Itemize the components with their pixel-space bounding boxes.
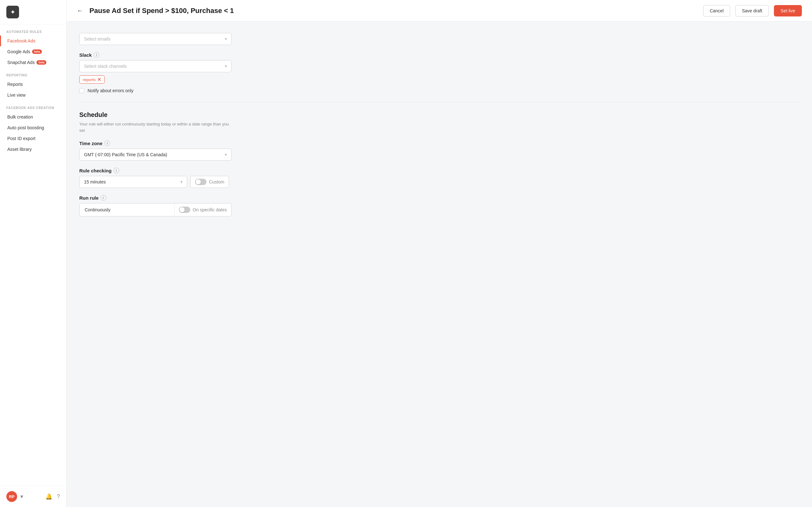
rule-checking-info-icon[interactable]: i bbox=[113, 168, 119, 173]
emails-placeholder: Select emails bbox=[84, 37, 110, 42]
sidebar-item-google-ads[interactable]: Google Ads beta bbox=[0, 46, 66, 57]
emails-group: Select emails ▾ bbox=[79, 33, 799, 45]
slack-label: Slack i bbox=[79, 52, 799, 58]
custom-toggle-knob bbox=[196, 179, 201, 184]
slack-group: Slack i Select slack channels ▾ reports … bbox=[79, 52, 799, 93]
run-rule-label: Run rule i bbox=[79, 195, 799, 201]
cancel-button[interactable]: Cancel bbox=[703, 5, 730, 16]
section-label-automated-rules: AUTOMATED RULES bbox=[0, 24, 66, 36]
sidebar-logo-area: ✦ bbox=[0, 0, 66, 24]
timezone-label: Time zone i bbox=[79, 140, 799, 146]
content-area: Select emails ▾ Slack i Select slack cha… bbox=[67, 21, 812, 507]
tag-remove-reports[interactable]: ✕ bbox=[97, 77, 101, 82]
app-logo: ✦ bbox=[6, 6, 19, 18]
rule-checking-chevron-icon: ▾ bbox=[181, 180, 183, 184]
main-panel: ← Pause Ad Set if Spend > $100, Purchase… bbox=[67, 0, 812, 507]
run-rule-row: Continuously On specific dates bbox=[79, 203, 232, 216]
sidebar-item-reports[interactable]: Reports bbox=[0, 79, 66, 90]
timezone-select[interactable]: GMT (-07:00) Pacific Time (US & Canada) … bbox=[79, 149, 232, 161]
run-rule-group: Run rule i Continuously On specific date… bbox=[79, 195, 799, 216]
back-button[interactable]: ← bbox=[77, 7, 83, 14]
run-rule-info-icon[interactable]: i bbox=[101, 195, 106, 201]
tag-label: reports bbox=[83, 77, 96, 82]
snapchat-ads-badge: beta bbox=[37, 60, 46, 65]
chevron-down-icon[interactable]: ▾ bbox=[20, 493, 23, 500]
page-title: Pause Ad Set if Spend > $100, Purchase <… bbox=[90, 7, 698, 15]
on-specific-dates-toggle-knob bbox=[180, 207, 185, 212]
section-label-reporting: REPORTING bbox=[0, 68, 66, 79]
timezone-group: Time zone i GMT (-07:00) Pacific Time (U… bbox=[79, 140, 799, 161]
notify-errors-checkbox[interactable] bbox=[79, 88, 84, 93]
custom-toggle-group: Custom bbox=[190, 176, 229, 188]
section-label-fb-creation: FACEBOOK ADS CREATION bbox=[0, 101, 66, 112]
slack-info-icon[interactable]: i bbox=[94, 52, 99, 58]
tag-reports: reports ✕ bbox=[79, 75, 105, 83]
timezone-chevron-icon: ▾ bbox=[225, 153, 227, 157]
continuously-value: Continuously bbox=[80, 204, 174, 216]
help-icon[interactable]: ? bbox=[57, 493, 60, 500]
slack-tags: reports ✕ bbox=[79, 75, 799, 83]
custom-toggle-label: Custom bbox=[209, 179, 224, 184]
sidebar-item-live-view[interactable]: Live view bbox=[0, 90, 66, 101]
on-specific-dates-toggle[interactable] bbox=[179, 207, 190, 213]
schedule-title: Schedule bbox=[79, 111, 799, 118]
emails-chevron-icon: ▾ bbox=[225, 37, 227, 41]
sidebar: ✦ AUTOMATED RULES Facebook Ads Google Ad… bbox=[0, 0, 67, 507]
sidebar-item-snapchat-ads[interactable]: Snapchat Ads beta bbox=[0, 57, 66, 68]
user-avatar[interactable]: RP bbox=[6, 491, 17, 502]
sidebar-item-asset-library[interactable]: Asset library bbox=[0, 144, 66, 155]
on-specific-dates-group: On specific dates bbox=[174, 204, 231, 216]
notify-errors-label: Notify about errors only bbox=[88, 88, 134, 93]
schedule-desc: Your rule will either run continuously s… bbox=[79, 121, 232, 133]
slack-chevron-icon: ▾ bbox=[225, 64, 227, 68]
topbar: ← Pause Ad Set if Spend > $100, Purchase… bbox=[67, 0, 812, 21]
slack-channels-select[interactable]: Select slack channels ▾ bbox=[79, 60, 232, 72]
section-divider bbox=[79, 102, 799, 102]
sidebar-item-facebook-ads[interactable]: Facebook Ads bbox=[0, 36, 66, 46]
sidebar-item-post-id-export[interactable]: Post ID export bbox=[0, 133, 66, 144]
rule-checking-label: Rule checking i bbox=[79, 168, 799, 173]
slack-placeholder: Select slack channels bbox=[84, 64, 127, 69]
save-draft-button[interactable]: Save draft bbox=[735, 5, 769, 16]
rule-checking-group: Rule checking i 15 minutes ▾ Custom bbox=[79, 168, 799, 188]
google-ads-badge: beta bbox=[32, 49, 42, 54]
rule-checking-row: 15 minutes ▾ Custom bbox=[79, 176, 799, 188]
sidebar-item-bulk-creation[interactable]: Bulk creation bbox=[0, 112, 66, 122]
timezone-value: GMT (-07:00) Pacific Time (US & Canada) bbox=[84, 152, 167, 157]
set-live-button[interactable]: Set live bbox=[774, 5, 802, 16]
emails-select[interactable]: Select emails ▾ bbox=[79, 33, 232, 45]
on-specific-dates-label: On specific dates bbox=[193, 207, 227, 212]
sidebar-item-auto-post-boosting[interactable]: Auto post boosting bbox=[0, 122, 66, 133]
notify-errors-row: Notify about errors only bbox=[79, 88, 799, 93]
schedule-section: Schedule Your rule will either run conti… bbox=[79, 111, 799, 216]
bottom-icons: 🔔 ? bbox=[45, 493, 60, 500]
rule-checking-value: 15 minutes bbox=[84, 179, 106, 184]
timezone-info-icon[interactable]: i bbox=[104, 140, 110, 146]
bell-icon[interactable]: 🔔 bbox=[45, 493, 52, 500]
rule-checking-select[interactable]: 15 minutes ▾ bbox=[79, 176, 187, 188]
custom-toggle[interactable] bbox=[195, 179, 206, 185]
sidebar-bottom: RP ▾ 🔔 ? bbox=[0, 486, 66, 507]
